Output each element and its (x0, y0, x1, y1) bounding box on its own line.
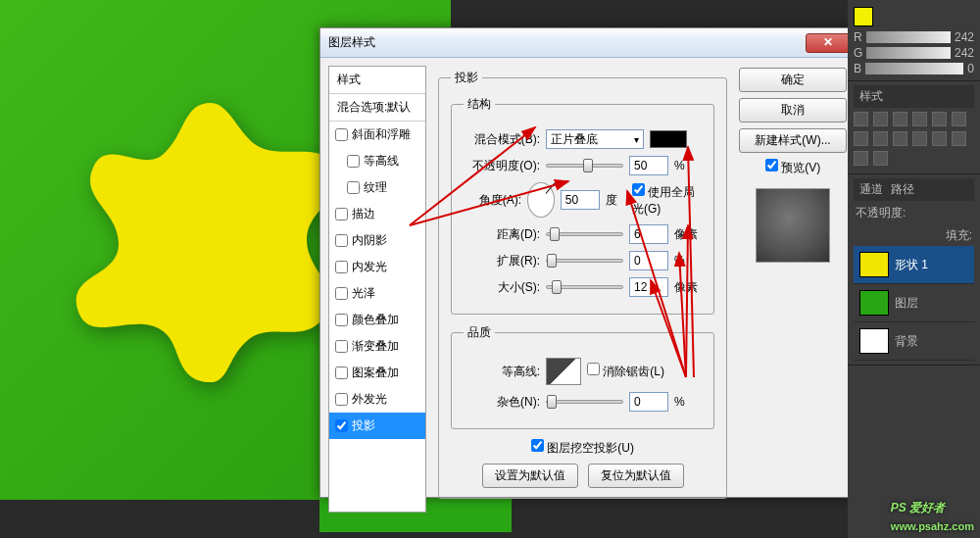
style-label: 投影 (352, 417, 375, 434)
size-slider[interactable] (546, 285, 623, 289)
global-light-check[interactable]: 使用全局光(G) (632, 183, 702, 218)
style-label: 渐变叠加 (352, 338, 399, 355)
watermark: PS 爱好者www.psahz.com (891, 498, 974, 534)
styles-header[interactable]: 样式 (329, 67, 425, 94)
color-panel: R242 G242 B0 (848, 0, 980, 81)
layers-panel: 通道路径 不透明度: 填充: 形状 1 图层 背景 (848, 174, 980, 366)
dialog-right-column: 确定 取消 新建样式(W)... 预览(V) (739, 66, 847, 513)
angle-dial[interactable] (527, 182, 555, 218)
reset-default-button[interactable]: 复位为默认值 (588, 464, 684, 488)
tab-styles[interactable]: 样式 (859, 88, 883, 105)
cancel-button[interactable]: 取消 (739, 98, 847, 122)
style-label: 纹理 (364, 179, 387, 196)
size-label: 大小(S): (464, 279, 540, 296)
style-item-9[interactable]: 图案叠加 (329, 360, 425, 386)
quality-group: 品质 等高线: 消除锯齿(L) 杂色(N): % (451, 324, 714, 429)
new-style-button[interactable]: 新建样式(W)... (739, 128, 847, 153)
style-label: 内阴影 (352, 232, 387, 249)
style-item-11[interactable]: 投影 (329, 413, 425, 439)
style-check[interactable] (347, 155, 360, 168)
yellow-shape (69, 88, 353, 382)
dialog-titlebar[interactable]: 图层样式 ✕ (320, 28, 855, 58)
layer-thumb (859, 252, 889, 277)
antialias-check[interactable]: 消除锯齿(L) (587, 363, 664, 380)
noise-label: 杂色(N): (464, 394, 540, 411)
knockout-check[interactable]: 图层挖空投影(U) (531, 439, 634, 457)
preview-check[interactable]: 预览(V) (739, 159, 847, 176)
unit-degree: 度 (606, 192, 626, 209)
angle-input[interactable] (561, 190, 600, 210)
style-check[interactable] (335, 287, 348, 300)
distance-label: 距离(D): (464, 226, 540, 243)
section-title: 投影 (451, 70, 482, 86)
style-presets[interactable] (854, 108, 974, 170)
style-check[interactable] (335, 234, 348, 247)
style-list: 样式 混合选项:默认 斜面和浮雕等高线纹理描边内阴影内发光光泽颜色叠加渐变叠加图… (328, 66, 426, 513)
unit-px: 像素 (674, 226, 702, 243)
style-item-8[interactable]: 渐变叠加 (329, 333, 425, 360)
contour-label: 等高线: (464, 364, 540, 380)
opacity-slider[interactable] (546, 164, 623, 168)
style-check[interactable] (335, 261, 348, 273)
style-item-3[interactable]: 描边 (329, 201, 425, 227)
layer-row-shape1[interactable]: 形状 1 (854, 246, 974, 284)
ok-button[interactable]: 确定 (739, 68, 847, 92)
style-check[interactable] (335, 419, 348, 432)
style-item-0[interactable]: 斜面和浮雕 (329, 122, 425, 148)
tab-paths[interactable]: 路径 (891, 181, 914, 198)
structure-legend: 结构 (464, 96, 495, 113)
style-label: 颜色叠加 (352, 312, 399, 328)
style-item-1[interactable]: 等高线 (329, 148, 425, 174)
style-label: 斜面和浮雕 (352, 126, 411, 143)
right-panels: R242 G242 B0 样式 通道路径 不透明度: 填充: 形状 1 图层 背… (848, 0, 980, 538)
blend-options-header[interactable]: 混合选项:默认 (329, 94, 425, 122)
spread-input[interactable] (629, 251, 668, 270)
style-label: 等高线 (364, 153, 399, 170)
style-check[interactable] (335, 393, 348, 406)
tab-channels[interactable]: 通道 (859, 181, 883, 198)
unit-percent2: % (674, 254, 702, 268)
layer-thumb (859, 328, 889, 354)
style-item-6[interactable]: 光泽 (329, 280, 425, 307)
style-check[interactable] (335, 208, 348, 220)
style-check[interactable] (335, 128, 348, 141)
opacity-input[interactable] (629, 156, 668, 175)
contour-picker[interactable] (546, 358, 581, 385)
close-button[interactable]: ✕ (806, 33, 851, 53)
style-label: 外发光 (352, 391, 387, 408)
shadow-color-swatch[interactable] (650, 130, 687, 148)
b-slider[interactable] (865, 63, 963, 74)
spread-slider[interactable] (546, 259, 623, 263)
r-slider[interactable] (866, 31, 951, 43)
style-check[interactable] (335, 340, 348, 353)
style-check[interactable] (347, 181, 360, 194)
structure-group: 结构 混合模式(B): 正片叠底 不透明度(O): % 角度(A): (451, 96, 714, 315)
set-default-button[interactable]: 设置为默认值 (482, 464, 578, 488)
settings-panel: 投影 结构 混合模式(B): 正片叠底 不透明度(O): % (432, 66, 733, 513)
style-item-10[interactable]: 外发光 (329, 386, 425, 413)
style-check[interactable] (335, 367, 348, 379)
style-item-2[interactable]: 纹理 (329, 174, 425, 201)
blend-mode-combo[interactable]: 正片叠底 (546, 129, 644, 149)
style-check[interactable] (335, 314, 348, 326)
swatches-panel: 样式 (848, 81, 980, 174)
noise-input[interactable] (629, 392, 668, 412)
layer-row-layer[interactable]: 图层 (854, 284, 974, 322)
style-item-7[interactable]: 颜色叠加 (329, 307, 425, 333)
preview-swatch (756, 188, 830, 263)
distance-input[interactable] (629, 224, 668, 244)
style-item-5[interactable]: 内发光 (329, 254, 425, 280)
style-label: 描边 (352, 206, 375, 222)
drop-shadow-group: 投影 结构 混合模式(B): 正片叠底 不透明度(O): % (438, 70, 727, 499)
quality-legend: 品质 (464, 324, 495, 341)
style-label: 光泽 (352, 285, 375, 302)
angle-label: 角度(A): (464, 192, 521, 209)
distance-slider[interactable] (546, 232, 623, 236)
noise-slider[interactable] (546, 400, 623, 404)
layer-thumb (859, 290, 889, 316)
size-input[interactable] (629, 277, 668, 297)
g-slider[interactable] (866, 47, 951, 59)
style-item-4[interactable]: 内阴影 (329, 227, 425, 254)
layer-row-bg[interactable]: 背景 (854, 322, 974, 361)
fg-color[interactable] (854, 7, 873, 26)
